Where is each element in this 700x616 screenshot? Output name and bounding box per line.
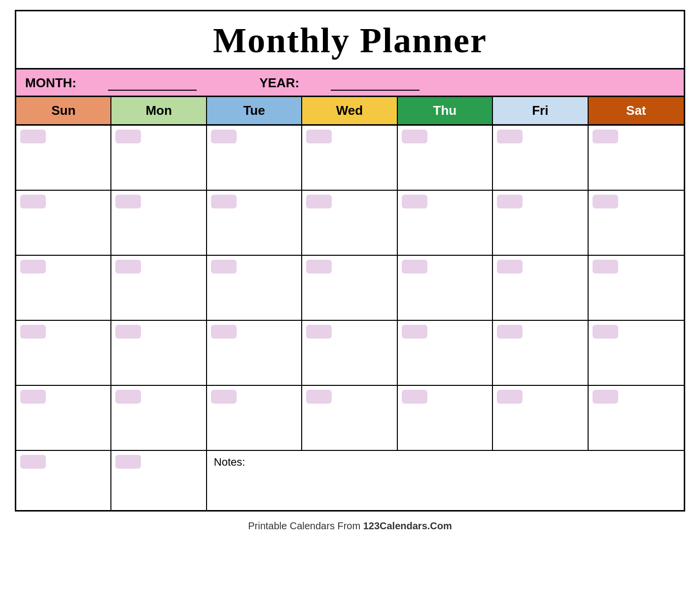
year-label: YEAR: bbox=[259, 74, 449, 91]
cell-r1-sat[interactable] bbox=[589, 126, 684, 190]
date-badge bbox=[20, 390, 46, 404]
cell-r3-sun[interactable] bbox=[16, 256, 111, 320]
cell-r5-tue[interactable] bbox=[207, 386, 302, 450]
date-badge bbox=[497, 390, 523, 404]
date-badge bbox=[115, 390, 141, 404]
cell-r4-tue[interactable] bbox=[207, 321, 302, 385]
date-badge bbox=[20, 455, 46, 469]
cell-r4-sun[interactable] bbox=[16, 321, 111, 385]
calendar-grid: Notes: bbox=[16, 126, 684, 510]
date-badge bbox=[497, 130, 523, 143]
header-wed: Wed bbox=[302, 97, 397, 124]
date-badge bbox=[402, 260, 427, 274]
footer: Printable Calendars From 123Calendars.Co… bbox=[248, 520, 452, 532]
date-badge bbox=[115, 260, 141, 274]
cell-r2-fri[interactable] bbox=[493, 191, 588, 255]
cell-r5-sat[interactable] bbox=[589, 386, 684, 450]
header-sat: Sat bbox=[589, 97, 684, 124]
cell-r2-tue[interactable] bbox=[207, 191, 302, 255]
cell-r2-sat[interactable] bbox=[589, 191, 684, 255]
month-label: MONTH: bbox=[25, 74, 226, 91]
page-title: Monthly Planner bbox=[21, 20, 679, 61]
calendar-row-6: Notes: bbox=[16, 451, 684, 510]
cell-r1-mon[interactable] bbox=[111, 126, 207, 190]
cell-r3-mon[interactable] bbox=[111, 256, 207, 320]
header-mon: Mon bbox=[111, 97, 207, 124]
notes-label: Notes: bbox=[214, 456, 245, 468]
date-badge bbox=[20, 260, 46, 274]
header-sun: Sun bbox=[16, 97, 111, 124]
date-badge bbox=[115, 195, 141, 208]
cell-r4-sat[interactable] bbox=[589, 321, 684, 385]
date-badge bbox=[306, 195, 332, 208]
cell-r2-thu[interactable] bbox=[398, 191, 493, 255]
date-badge bbox=[306, 260, 332, 274]
date-badge bbox=[211, 260, 237, 274]
date-badge bbox=[593, 260, 618, 274]
cell-r5-wed[interactable] bbox=[302, 386, 397, 450]
calendar-row-1 bbox=[16, 126, 684, 191]
cell-r1-fri[interactable] bbox=[493, 126, 588, 190]
date-badge bbox=[211, 390, 237, 404]
calendar-row-4 bbox=[16, 321, 684, 386]
date-badge bbox=[20, 325, 46, 339]
cell-r3-wed[interactable] bbox=[302, 256, 397, 320]
cell-r3-tue[interactable] bbox=[207, 256, 302, 320]
month-year-bar: MONTH: YEAR: bbox=[16, 69, 684, 97]
header-fri: Fri bbox=[493, 97, 588, 124]
calendar-row-5 bbox=[16, 386, 684, 451]
header-tue: Tue bbox=[207, 97, 302, 124]
cell-r3-sat[interactable] bbox=[589, 256, 684, 320]
cell-r1-sun[interactable] bbox=[16, 126, 111, 190]
cell-r4-fri[interactable] bbox=[493, 321, 588, 385]
cell-r6-sun[interactable] bbox=[16, 451, 111, 510]
date-badge bbox=[402, 130, 427, 143]
date-badge bbox=[115, 325, 141, 339]
date-badge bbox=[593, 325, 618, 339]
date-badge bbox=[402, 325, 427, 339]
cell-r1-tue[interactable] bbox=[207, 126, 302, 190]
date-badge bbox=[497, 195, 523, 208]
calendar-row-2 bbox=[16, 191, 684, 256]
cell-r3-fri[interactable] bbox=[493, 256, 588, 320]
notes-cell[interactable]: Notes: bbox=[207, 451, 684, 510]
year-underline bbox=[331, 74, 420, 91]
date-badge bbox=[115, 130, 141, 143]
cell-r5-fri[interactable] bbox=[493, 386, 588, 450]
cell-r5-mon[interactable] bbox=[111, 386, 207, 450]
title-section: Monthly Planner bbox=[16, 11, 684, 69]
date-badge bbox=[306, 390, 332, 404]
date-badge bbox=[211, 130, 237, 143]
day-headers: Sun Mon Tue Wed Thu Fri Sat bbox=[16, 97, 684, 126]
date-badge bbox=[402, 390, 427, 404]
date-badge bbox=[593, 195, 618, 208]
date-badge bbox=[593, 390, 618, 404]
cell-r6-mon[interactable] bbox=[111, 451, 207, 510]
date-badge bbox=[115, 455, 141, 469]
cell-r2-sun[interactable] bbox=[16, 191, 111, 255]
cell-r4-thu[interactable] bbox=[398, 321, 493, 385]
cell-r1-wed[interactable] bbox=[302, 126, 397, 190]
date-badge bbox=[211, 195, 237, 208]
date-badge bbox=[20, 195, 46, 208]
cell-r3-thu[interactable] bbox=[398, 256, 493, 320]
date-badge bbox=[497, 260, 523, 274]
cell-r2-mon[interactable] bbox=[111, 191, 207, 255]
date-badge bbox=[20, 130, 46, 143]
cell-r4-wed[interactable] bbox=[302, 321, 397, 385]
cell-r4-mon[interactable] bbox=[111, 321, 207, 385]
date-badge bbox=[306, 130, 332, 143]
planner-container: Monthly Planner MONTH: YEAR: Sun Mon Tue… bbox=[15, 10, 685, 512]
header-thu: Thu bbox=[398, 97, 493, 124]
date-badge bbox=[306, 325, 332, 339]
date-badge bbox=[497, 325, 523, 339]
calendar-row-3 bbox=[16, 256, 684, 321]
date-badge bbox=[593, 130, 618, 143]
date-badge bbox=[211, 325, 237, 339]
date-badge bbox=[402, 195, 427, 208]
cell-r5-sun[interactable] bbox=[16, 386, 111, 450]
cell-r2-wed[interactable] bbox=[302, 191, 397, 255]
cell-r1-thu[interactable] bbox=[398, 126, 493, 190]
month-underline bbox=[108, 74, 197, 91]
cell-r5-thu[interactable] bbox=[398, 386, 493, 450]
